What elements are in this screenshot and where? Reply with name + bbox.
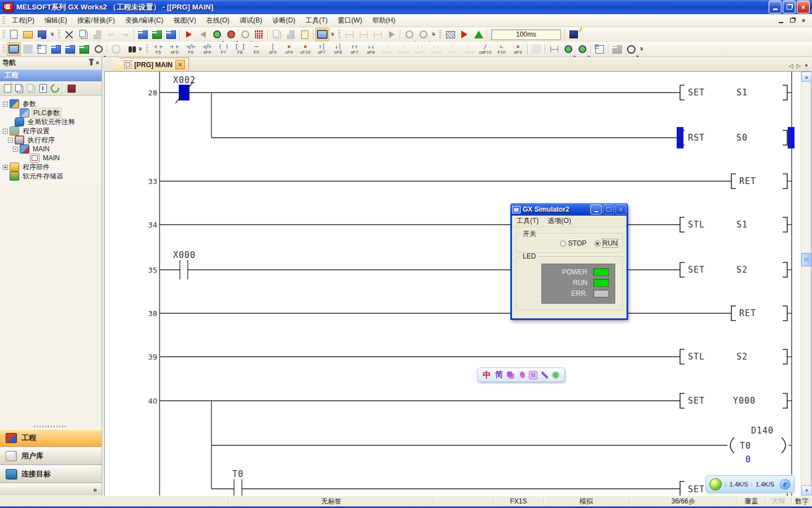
paste-item-icon[interactable]	[26, 84, 36, 94]
coil-edit-icon[interactable]	[402, 28, 416, 41]
scroll-up-icon[interactable]: ▲	[801, 72, 812, 82]
toolbar-options-chevron[interactable]	[49, 29, 55, 40]
toolbar-grip[interactable]	[2, 30, 5, 39]
verify-icon[interactable]	[298, 28, 312, 41]
simulation-start-icon[interactable]	[457, 28, 471, 41]
run-stop-radio[interactable]: STOP	[560, 239, 586, 247]
simulation-watch-icon[interactable]	[443, 28, 457, 41]
ime-language-bar[interactable]: 中 简	[477, 367, 565, 382]
menu-item[interactable]: 窗口(W)	[333, 14, 367, 27]
new-item-icon[interactable]	[2, 84, 12, 94]
view-switcher-button[interactable]: 连接目标	[0, 465, 102, 483]
device-display-icon[interactable]	[610, 42, 624, 56]
simulation-warning-icon[interactable]	[471, 28, 486, 41]
edit-coil-icon[interactable]	[575, 42, 589, 56]
undo-icon[interactable]: ↩	[104, 28, 118, 41]
menu-item[interactable]: 变换/编译(C)	[120, 14, 169, 27]
ladder-symbol-button[interactable]: ↓ caF5	[461, 42, 477, 56]
write-to-plc-icon[interactable]	[284, 28, 298, 41]
comment-edit-icon[interactable]	[385, 28, 399, 41]
menu-item[interactable]: 帮助(H)	[367, 14, 400, 27]
tree-expander-icon[interactable]: -	[8, 138, 13, 143]
ladder-symbol-button[interactable]: ⊣/⊢ sF6	[199, 42, 215, 56]
tab-prg-main[interactable]: [PRG] MAIN ×	[110, 58, 189, 71]
tree-item[interactable]: 全局软元件注释	[1, 117, 100, 126]
menu-item[interactable]: 诊断(D)	[267, 14, 301, 27]
save-project-icon[interactable]	[35, 28, 49, 41]
toolbar-grip[interactable]	[2, 45, 5, 54]
ladder-symbol-button[interactable]: ∕ caF10	[477, 42, 493, 56]
coil-monitor-icon[interactable]	[416, 28, 430, 41]
find-instruction-icon[interactable]	[224, 28, 238, 41]
jump-back-icon[interactable]	[196, 28, 210, 41]
device-list-icon[interactable]	[63, 42, 77, 56]
tab-scroll-left-icon[interactable]: ◁	[789, 63, 793, 69]
scrollbar-thumb[interactable]	[801, 253, 812, 266]
pin-icon[interactable]	[90, 60, 92, 65]
toolbar-options-chevron[interactable]	[329, 29, 336, 40]
ladder-symbol-button[interactable]: × aF9	[510, 42, 526, 56]
toolbar-options-chevron[interactable]	[137, 43, 143, 55]
write-during-run-icon[interactable]	[567, 28, 581, 41]
ime-softkeyboard-icon[interactable]	[529, 371, 537, 379]
close-panel-icon[interactable]: ×	[96, 60, 99, 66]
toolbar-options-chevron[interactable]	[430, 29, 436, 40]
menu-item[interactable]: 编辑(E)	[39, 14, 72, 27]
menu-item[interactable]: 视图(V)	[169, 14, 201, 27]
watch-window-icon[interactable]	[91, 42, 105, 56]
vertical-scrollbar[interactable]: ▲ ▼	[801, 72, 811, 496]
close-button[interactable]: ×	[797, 1, 810, 14]
ladder-symbol-button[interactable]: × cF9	[281, 42, 297, 56]
tree-expander-icon[interactable]: -	[3, 129, 8, 134]
ladder-symbol-button[interactable]: ↑ saF5	[379, 42, 395, 56]
zoom-icon[interactable]	[624, 42, 638, 56]
ime-fullwidth-icon[interactable]	[518, 371, 526, 379]
restore-button[interactable]	[783, 1, 796, 14]
ime-punctuation-icon[interactable]	[507, 371, 514, 379]
find-contact-icon[interactable]	[238, 28, 252, 41]
ladder-symbol-button[interactable]: ↓│ sF8	[330, 42, 346, 56]
menu-item[interactable]: 工程(P)	[7, 14, 39, 27]
switcher-more-bar[interactable]: »	[0, 483, 102, 496]
tab-close-icon[interactable]: ×	[175, 60, 185, 69]
cut-icon[interactable]	[62, 28, 76, 41]
toolbar-grip[interactable]	[57, 30, 60, 39]
simulator-titlebar[interactable]: GX Simulator2 ×	[510, 203, 628, 216]
tree-expander-icon[interactable]: -	[13, 147, 18, 152]
tree-item[interactable]: + 程序部件	[1, 163, 100, 172]
tree-item[interactable]: - 执行程序	[1, 135, 100, 144]
ladder-canvas[interactable]: 28 33 34 35 38 39 40 X002 SET S1	[105, 72, 800, 496]
ime-charset-indicator[interactable]: 简	[495, 370, 503, 380]
pulse-edit-icon[interactable]	[370, 28, 385, 41]
ladder-symbol-button[interactable]: ↓↓ saF8	[428, 42, 444, 56]
scroll-down-icon[interactable]: ▼	[801, 485, 812, 496]
tree-item[interactable]: MAIN	[1, 154, 100, 163]
ime-help-icon[interactable]	[552, 371, 559, 379]
toolbar-grip[interactable]	[337, 30, 341, 39]
tree-expander-icon[interactable]: +	[3, 165, 8, 170]
ladder-symbol-button[interactable]: ↑ aF5	[444, 42, 461, 56]
ime-lang-indicator[interactable]: 中	[483, 370, 491, 380]
navigation-titlebar[interactable]: 导航 ×	[0, 57, 102, 69]
ladder-symbol-button[interactable]: ─ F9	[248, 42, 264, 56]
toolbar-grip[interactable]	[145, 45, 148, 54]
ime-settings-wrench-icon[interactable]	[541, 371, 549, 379]
navigation-window-icon[interactable]	[7, 42, 21, 56]
ladder-symbol-button[interactable]: ⊣ ⊢ F5	[150, 42, 166, 56]
tree-expander-icon[interactable]	[23, 156, 28, 161]
toolbar-grip[interactable]	[2, 16, 5, 25]
tree-expander-icon[interactable]	[3, 174, 8, 179]
device-replace-icon[interactable]	[164, 28, 178, 41]
function-block-icon[interactable]	[21, 42, 35, 56]
ladder-monitor-icon[interactable]	[356, 28, 370, 41]
edit-contact-icon[interactable]	[561, 42, 575, 56]
ladder-symbol-button[interactable]: ↓↓ aF8	[363, 42, 379, 56]
menu-item[interactable]: 调试(B)	[235, 14, 267, 27]
mdi-minimize-button[interactable]	[777, 17, 785, 24]
ladder-symbol-button[interactable]: ↓ saF6	[395, 42, 412, 56]
redo-icon[interactable]: ↪	[118, 28, 133, 41]
toolbar-grip[interactable]	[438, 30, 442, 39]
ladder-symbol-button[interactable]: ⊣/⊢ F6	[183, 42, 199, 56]
ladder-symbol-button[interactable]: ⊣ ⊢ sF5	[166, 42, 183, 56]
tab-list-icon[interactable]: ▼	[804, 63, 809, 68]
